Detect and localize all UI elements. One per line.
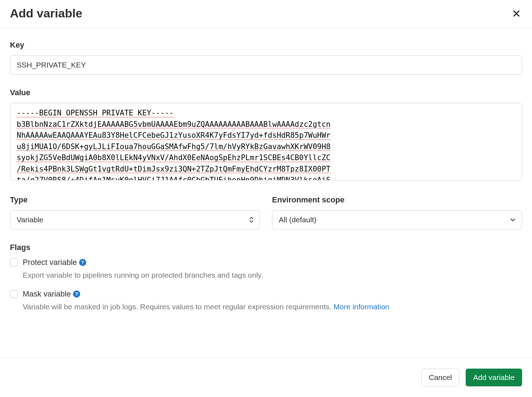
scope-label: Environment scope [272,195,522,205]
type-col: Type Variable [10,195,260,229]
modal-body: Key Value Type Variable Environment scop… [0,28,532,328]
value-field-group: Value [10,88,522,182]
add-variable-button[interactable]: Add variable [466,369,522,386]
mask-helper-text: Variable will be masked in job logs. Req… [23,303,333,311]
modal-title: Add variable [10,6,82,20]
help-icon[interactable]: ? [79,259,86,266]
modal-footer: Cancel Add variable [0,358,532,397]
help-icon[interactable]: ? [73,290,80,298]
type-select[interactable]: Variable [10,210,260,229]
key-input[interactable] [10,55,522,75]
flags-group: Flags Protect variable ? Export variable… [10,243,522,312]
type-label: Type [10,195,260,205]
cancel-button[interactable]: Cancel [421,369,459,386]
protect-checkbox[interactable] [10,259,18,266]
mask-checkbox[interactable] [10,290,18,298]
mask-row: Mask variable ? [10,289,522,299]
protect-helper: Export variable to pipelines running on … [23,270,522,280]
key-label: Key [10,40,522,50]
close-button[interactable] [511,8,522,19]
more-information-link[interactable]: More information [333,303,389,311]
mask-label-text: Mask variable [23,289,71,299]
flags-title: Flags [10,243,522,252]
key-field-group: Key [10,40,522,75]
value-label: Value [10,88,522,97]
scope-select-wrap: All (default) [272,210,522,229]
protect-label[interactable]: Protect variable ? [23,258,86,267]
mask-label[interactable]: Mask variable ? [23,289,80,299]
value-textarea[interactable] [10,103,522,180]
protect-row: Protect variable ? [10,258,522,267]
scope-col: Environment scope All (default) [272,195,522,229]
protect-label-text: Protect variable [23,258,77,267]
type-select-wrap: Variable [10,210,260,229]
modal-header: Add variable [0,0,532,28]
environment-scope-select[interactable]: All (default) [272,210,522,229]
type-scope-row: Type Variable Environment scope All (def… [10,195,522,229]
mask-helper: Variable will be masked in job logs. Req… [23,301,522,312]
close-icon [512,9,521,18]
